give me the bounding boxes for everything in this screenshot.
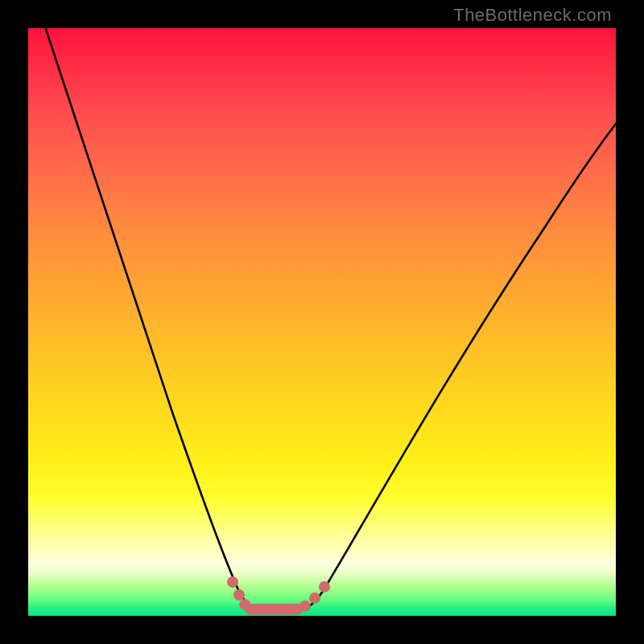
marker-dot <box>319 581 330 592</box>
bottleneck-curve <box>40 28 616 611</box>
marker-dot <box>299 601 311 612</box>
marker-group <box>227 576 330 612</box>
chart-frame: TheBottleneck.com <box>0 0 644 644</box>
marker-dot <box>227 576 238 588</box>
watermark-text: TheBottleneck.com <box>453 5 612 26</box>
chart-overlay <box>28 28 616 616</box>
marker-dot <box>233 589 245 601</box>
marker-dot <box>309 592 320 604</box>
plot-area <box>28 28 616 616</box>
